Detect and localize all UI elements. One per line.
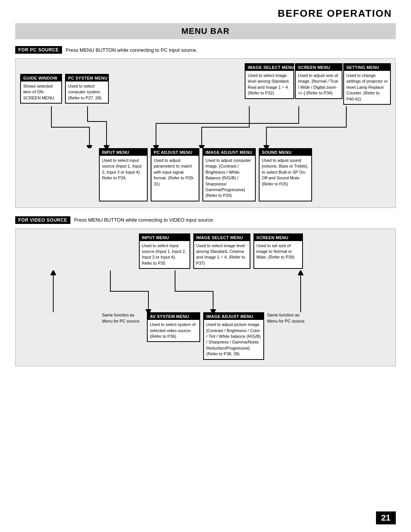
pc-section: GUIDE WINDOW Shows selected item of ON-S…	[15, 58, 396, 208]
video-source-label: FOR VIDEO SOURCE	[15, 216, 70, 224]
pc-adjust-menu-box: PC ADJUST MENU Used to adjust parameters…	[151, 148, 199, 201]
same-function-right: Same function as Menu for PC source.	[267, 312, 309, 324]
image-select-menu-video-box: IMAGE SELECT MENU Used to select image l…	[193, 233, 250, 269]
input-menu-video-box: INPUT MENU Used to select input source (…	[139, 233, 190, 269]
image-adjust-menu-pc-box: IMAGE ADJUST MENU Used to adjust compute…	[202, 148, 256, 201]
video-source-description: Press MENU BUTTON while connecting to VI…	[74, 217, 214, 223]
setting-menu-box: SETTING MENU Used to change settings of …	[343, 63, 391, 105]
pc-arrows-svg	[20, 106, 391, 148]
image-adjust-menu-video-box: IMAGE ADJUST MENU Used to adjust picture…	[203, 312, 264, 359]
main-title: MENU BAR	[15, 23, 396, 39]
pc-source-description: Press MENU BUTTON while connecting to PC…	[66, 47, 198, 53]
video-section: INPUT MENU Used to select input source (…	[15, 228, 396, 366]
page-number: 21	[376, 511, 396, 524]
pc-source-label: FOR PC SOURCE	[15, 46, 62, 54]
video-arrows-svg	[20, 270, 391, 312]
image-select-menu-pc-box: IMAGE SELECT MENU Used to select image l…	[245, 63, 294, 99]
pc-source-row: FOR PC SOURCE Press MENU BUTTON while co…	[15, 46, 396, 54]
screen-menu-pc-box: SCREEN MENU Used to adjust size of image…	[295, 63, 342, 99]
pc-arrow-area	[20, 106, 391, 148]
av-system-menu-box: AV SYSTEM MENU Used to select system of …	[147, 312, 200, 342]
guide-window-box: GUIDE WINDOW Shows selected item of ON-S…	[20, 74, 62, 104]
same-function-left: Same function as Menu for PC source.	[102, 312, 144, 324]
page-header: BEFORE OPERATION	[15, 8, 396, 19]
video-source-row: FOR VIDEO SOURCE Press MENU BUTTON while…	[15, 216, 396, 224]
sound-menu-box: SOUND MENU Used to adjust sound [volume,…	[259, 148, 312, 201]
input-menu-pc-box: INPUT MENU Used to select input source (…	[99, 148, 148, 201]
pc-system-menu-box: PC SYSTEM MENU Used to select computer s…	[65, 74, 109, 104]
screen-menu-video-box: SCREEN MENU Used to set size of image to…	[253, 233, 303, 269]
video-arrow-area	[20, 270, 391, 312]
